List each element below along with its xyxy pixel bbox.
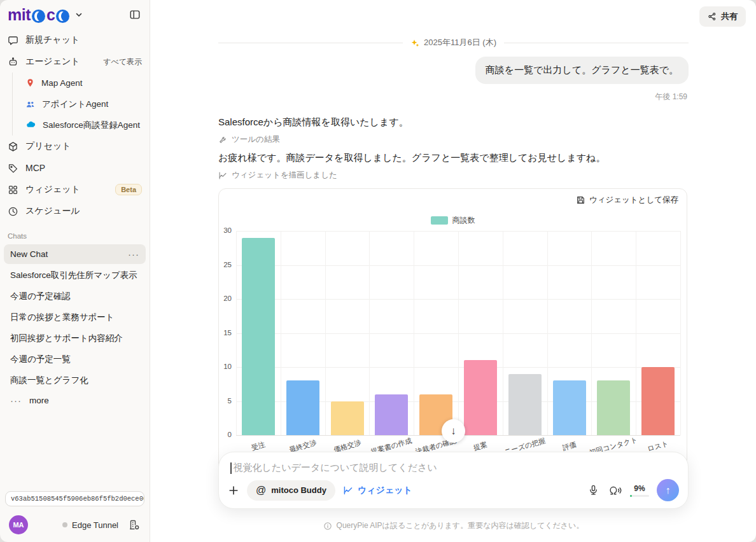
agent-item-appoint[interactable]: アポイントAgent [13, 94, 150, 115]
chat-item-label: 初回挨拶とサポート内容紹介 [10, 333, 139, 344]
bar [508, 374, 542, 435]
widget-drawn-row[interactable]: ウィジェットを描画しました [218, 170, 337, 181]
line-chart-icon [343, 485, 353, 496]
at-icon: @ [256, 485, 266, 496]
save-icon [576, 195, 585, 205]
sidebar: mitc 新規チャット エージェント すべて表示 [0, 0, 150, 542]
mitoco-logo[interactable]: mitc [8, 6, 83, 24]
sidebar-item-mcp[interactable]: MCP [0, 157, 150, 179]
sidebar-item-label: エージェント [25, 56, 96, 67]
scroll-to-bottom-button[interactable]: ↓ [442, 419, 465, 443]
sidebar-item-preset[interactable]: プリセット [0, 136, 150, 157]
gridline [547, 231, 548, 435]
gridline [369, 231, 370, 435]
chevron-down-icon[interactable] [74, 10, 83, 19]
app-window: mitc 新規チャット エージェント すべて表示 [0, 0, 756, 542]
sidebar-item-label: MCP [25, 163, 142, 173]
chart-plot: 051015202530受注最終交渉価格交渉提案書の作成決裁者の確認提案ニーズの… [236, 231, 680, 435]
share-icon [708, 12, 717, 21]
bar [553, 380, 586, 435]
line-chart-icon [218, 171, 227, 180]
chats-more-button[interactable]: ··· more [0, 391, 150, 410]
share-label: 共有 [721, 11, 738, 22]
date-label: 2025年11月6日 (木) [424, 37, 496, 48]
chat-list-item[interactable]: 初回挨拶とサポート内容紹介 [4, 328, 146, 348]
agent-item-label: Map Agent [41, 78, 83, 88]
tool-result-row[interactable]: ツールの結果 [218, 134, 280, 145]
sidebar-item-label: プリセット [25, 141, 142, 152]
microphone-icon[interactable] [587, 484, 599, 496]
gridline [236, 231, 237, 435]
gridline [680, 231, 681, 435]
usage-meter[interactable]: 9% [630, 484, 649, 497]
chat-list-item[interactable]: 今週の予定確認 [4, 286, 146, 306]
chat-list-item[interactable]: 商談一覧とグラフ化 [4, 370, 146, 390]
gridline [591, 231, 592, 435]
sidebar-item-schedule[interactable]: スケジュール [0, 200, 150, 222]
chat-list-item[interactable]: 今週の予定一覧 [4, 349, 146, 369]
usage-track [630, 495, 649, 497]
agent-item-salesforce[interactable]: Salesforce商談登録Agent [13, 115, 150, 136]
session-token-field[interactable]: v63ab51508545f5906eb86f5fb2d0ece00ac [5, 491, 144, 506]
voice-mode-icon[interactable] [607, 484, 622, 496]
gridline [281, 231, 281, 435]
chat-list-item[interactable]: Salesforce取引先住所マップ表示 [4, 265, 146, 285]
widget-mode-button[interactable]: ウィジェット [343, 485, 412, 496]
bar [242, 238, 275, 435]
legend-swatch [431, 216, 448, 225]
chats-section-header: Chats [0, 222, 150, 244]
usage-percent: 9% [634, 484, 645, 493]
ellipsis-icon: ··· [10, 395, 22, 406]
wrench-icon [218, 136, 227, 144]
org-settings-icon[interactable] [128, 518, 141, 531]
assistant-message: Salesforceから商談情報を取得いたします。 [218, 115, 409, 130]
message-input[interactable]: 視覚化したいデータについて説明してください [230, 462, 676, 474]
map-pin-icon [25, 78, 35, 88]
bar [641, 367, 675, 435]
mention-label: mitoco Buddy [271, 485, 326, 495]
logo-text-c: c [46, 6, 55, 24]
chat-list-item[interactable]: New Chat ··· [4, 244, 146, 264]
bar [597, 380, 630, 435]
y-axis-tick: 10 [216, 363, 232, 370]
save-widget-button[interactable]: ウィジェットとして保存 [576, 195, 678, 205]
gridline [636, 231, 636, 435]
date-divider: 2025年11月6日 (木) [218, 37, 689, 48]
bar [375, 394, 408, 435]
widget-button-label: ウィジェット [358, 485, 412, 496]
cube-icon [8, 141, 18, 152]
chat-item-label: 日常の挨拶と業務サポート [10, 312, 139, 323]
chat-bubble-icon [8, 35, 18, 46]
plus-icon[interactable] [228, 485, 239, 496]
agents-show-all-link[interactable]: すべて表示 [103, 57, 142, 67]
agent-item-map[interactable]: Map Agent [13, 73, 150, 94]
mention-buddy-chip[interactable]: @ mitoco Buddy [247, 480, 335, 501]
chat-item-label: 今週の予定確認 [10, 291, 139, 302]
y-axis-tick: 15 [216, 329, 232, 337]
info-icon [323, 522, 332, 531]
sidebar-toggle-icon[interactable] [129, 9, 141, 20]
chat-item-menu-icon[interactable]: ··· [128, 249, 139, 260]
assistant-message: お疲れ様です。商談データを取得しました。グラフと一覧表で整理してお見せしますね。 [218, 151, 605, 165]
sidebar-item-widget[interactable]: ウィジェット Beta [0, 179, 150, 200]
y-axis-tick: 20 [216, 295, 232, 302]
user-avatar[interactable]: MA [9, 515, 28, 534]
gridline [325, 231, 326, 435]
sidebar-item-new-chat[interactable]: 新規チャット [0, 29, 150, 51]
send-button[interactable]: ↑ [657, 479, 679, 501]
sidebar-item-agents[interactable]: エージェント すべて表示 [0, 51, 150, 73]
main-area: 共有 2025年11月6日 (木) 商談を一覧で出力して。グラフと一覧表で。 午… [150, 0, 756, 542]
disclaimer-text: QueryPie AIPは誤ることがあります。重要な内容は確認してください。 [337, 520, 584, 531]
chat-item-label: 今週の予定一覧 [10, 354, 139, 365]
edge-tunnel-status[interactable]: Edge Tunnel [62, 520, 118, 530]
sidebar-bottom: v63ab51508545f5906eb86f5fb2d0ece00ac MA … [0, 486, 150, 542]
chat-item-label: New Chat [10, 249, 128, 259]
chat-list-item[interactable]: 日常の挨拶と業務サポート [4, 307, 146, 327]
widget-drawn-label: ウィジェットを描画しました [232, 170, 337, 181]
widgets-grid-icon [8, 184, 18, 195]
share-button[interactable]: 共有 [699, 6, 746, 27]
tag-icon [8, 163, 18, 174]
bar [286, 380, 319, 435]
agent-item-label: Salesforce商談登録Agent [43, 120, 140, 131]
chart-legend[interactable]: 商談数 [219, 215, 687, 226]
